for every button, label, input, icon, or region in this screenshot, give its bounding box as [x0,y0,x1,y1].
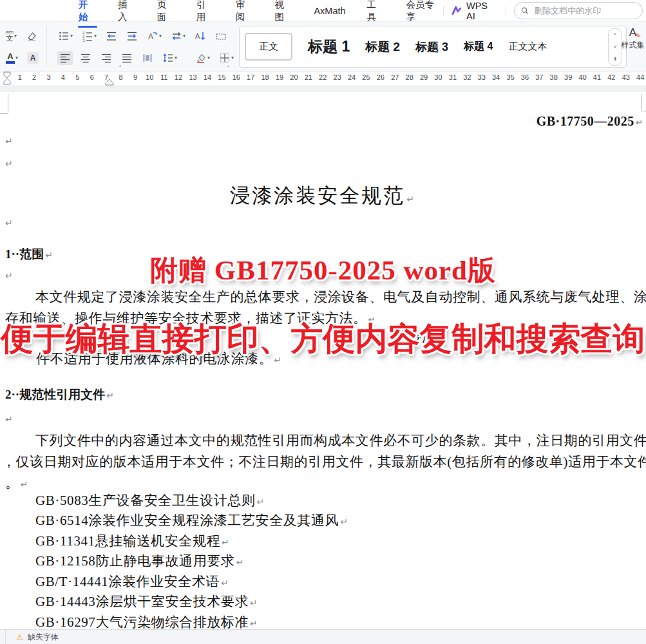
chevron-down-icon: ▾ [94,33,97,39]
menu-bar: 开始 插入 页面 引用 审阅 视图 AxMath 工具 会员专享 WPS AI [0,0,646,22]
dialog-launcher-icon[interactable]: ⌟ [119,62,121,68]
menu-tab-insert[interactable]: 插入 [117,0,137,28]
style-set-icon: A✎ [629,27,636,38]
text-direction-icon: A [147,30,158,42]
wps-ai-label: WPS AI [466,1,498,21]
pilcrow-mark: ↵ [340,516,348,527]
reference-item: GB·16297大气污染物综合排放标准↵ [35,613,348,630]
scroll-up-icon[interactable]: ˄ [614,32,617,37]
first-line-indent-marker[interactable] [105,79,114,86]
document-page: GB·17750—2025↵ ↵ ↵ ↵ ↵ ↵ 浸漆涂装安全规范↵ 1··范围… [0,86,646,630]
status-bar: ⚠ 缺失字体 [0,629,646,644]
chevron-down-icon: ▾ [70,33,73,39]
refs-paragraph-line-1: 下列文件中的内容通过本文中的规范性引用而构成本文件必不可少的条款。其中，注日期的… [35,431,646,450]
menu-tab-view[interactable]: 视图 [274,0,294,28]
missing-font-notice[interactable]: 缺失字体 [28,632,59,643]
menu-tab-axmath[interactable]: AxMath [312,1,347,21]
pilcrow-mark: ↵ [5,158,13,169]
menu-tab-member[interactable]: 会员专享 [405,0,444,28]
style-body-text[interactable]: 正文文本 [508,41,547,53]
reference-item: GB·6514涂装作业安全规程涂漆工艺安全及其通风↵ [35,511,348,531]
menu-tab-home[interactable]: 开始 [77,0,98,28]
divider [5,630,6,644]
indent-markers-left[interactable] [3,71,11,85]
search-input[interactable] [533,5,636,16]
chevron-down-icon: ▾ [15,55,18,61]
style-heading-1[interactable]: 标题 1 [308,37,350,57]
style-normal[interactable]: 正文 [245,33,292,61]
decrease-indent-icon [106,30,117,42]
scroll-down-icon[interactable]: ˅ [614,44,617,50]
font-color-button[interactable]: A ▾ [4,51,20,65]
paint-bucket-icon [195,52,207,64]
highlight-button[interactable]: A [25,51,41,65]
divider [506,6,506,15]
style-heading-3[interactable]: 标题 3 [415,39,448,55]
align-right-icon [100,52,112,64]
wrap-direction-button[interactable]: ▾ [169,29,187,43]
doc-title: 浸漆涂装安全规范↵ [0,182,646,209]
align-center-icon [80,52,91,64]
align-center-button[interactable] [78,51,93,65]
crop-mark [641,94,642,111]
chevron-down-icon: ▾ [231,55,234,61]
justify-icon [121,52,133,64]
clear-format-button[interactable] [24,29,39,43]
increase-indent-icon [126,30,138,42]
menu-tab-page[interactable]: 页面 [156,0,176,28]
tab-marks-button[interactable] [213,29,229,43]
align-left-button[interactable] [57,51,73,65]
line-spacing-icon [162,52,174,64]
refs-paragraph-line-2: ，仅该日期对应的版本适用于本文件；不注日期的引用文件，其最新版本(包括所有的修改… [2,453,646,471]
page-top-gap [0,86,646,92]
justify-button[interactable] [119,51,135,65]
shading-button[interactable]: ▾ [193,51,212,65]
phonetic-guide-button[interactable]: wén文 ▾ [4,29,19,43]
line-spacing-button[interactable]: ▾ [160,51,179,65]
decrease-indent-button[interactable] [104,29,119,43]
style-heading-4[interactable]: 标题 4 [464,40,493,53]
numbered-list-button[interactable]: 123 ▾ [80,29,99,43]
promo-banner-line-2: 便于编辑直接打印、方便内容复制和搜索查询 [0,319,646,358]
ribbon-toolbar: wén文 ▾ ▾ 123 [0,22,646,71]
crop-mark [8,94,8,113]
dialog-launcher-icon[interactable]: ⌟ [227,62,229,68]
wps-ai-button[interactable]: WPS AI [451,1,497,21]
format-icon-groups: wén文 ▾ ▾ 123 [0,22,236,71]
chevron-down-icon: ▾ [207,55,210,61]
sort-button[interactable]: A [193,29,208,43]
menu-tabs: 开始 插入 页面 引用 审阅 视图 AxMath 工具 会员专享 [0,0,443,28]
reference-list: GB·5083生产设备安全卫生设计总则↵ GB·6514涂装作业安全规程涂漆工艺… [35,491,348,630]
bullet-list-button[interactable]: ▾ [56,29,75,43]
reference-item: GB·12158防止静电事故通用要求↵ [35,552,348,572]
style-set-button[interactable]: A✎ 样式集 [620,27,646,51]
dashed-box-icon [215,30,227,42]
scope-paragraph-line-1: 本文件规定了浸漆涂装安全生产的总体要求，浸涂设备、电气及自动控制、通风系统与废气… [35,288,646,306]
align-left-icon [59,52,71,64]
menu-tab-reference[interactable]: 引用 [195,0,216,28]
svg-text:A: A [148,32,153,41]
crop-mark [0,113,8,114]
svg-text:3: 3 [82,39,85,42]
pilcrow-mark: ↵ [5,414,13,424]
promo-banner-line-1: 附赠 GB17750-2025 word版 [0,254,646,287]
style-heading-2[interactable]: 标题 2 [365,39,400,55]
horizontal-ruler[interactable]: 1234567891011121314151617181920212223242… [0,71,646,86]
increase-indent-button[interactable] [124,29,140,43]
svg-text:A: A [195,32,200,40]
text-direction-button[interactable]: A ▾ [145,29,164,43]
wps-ai-logo-icon [451,6,462,15]
pilcrow-mark: ↵ [5,136,13,146]
reference-item: GB/T·14441涂装作业安全术语↵ [35,573,348,592]
search-box[interactable] [514,2,643,19]
swap-arrows-icon [171,30,182,42]
numbered-list-icon: 123 [82,30,93,42]
distribute-button[interactable] [140,51,155,65]
scroll-more-icon[interactable]: ⇟ [613,56,618,62]
menu-tab-tools[interactable]: 工具 [366,0,386,28]
menu-tab-review[interactable]: 审阅 [234,0,255,28]
align-right-button[interactable] [99,51,114,65]
sort-az-icon: A [195,30,206,42]
pilcrow-mark: ↵ [250,598,258,608]
refs-paragraph-line-3: 。↵ [5,474,28,492]
